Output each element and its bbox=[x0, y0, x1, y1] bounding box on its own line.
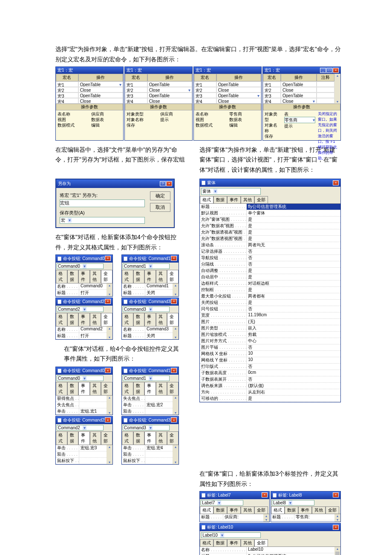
scrollbar[interactable]: ▴▾ bbox=[173, 283, 179, 296]
macro-name-cell[interactable]: 宏2 bbox=[263, 87, 281, 92]
macro-name-cell[interactable]: 宏3 bbox=[56, 92, 78, 98]
tab-all[interactable]: 全部 bbox=[167, 270, 179, 283]
macro-action-cell[interactable]: Close bbox=[281, 87, 317, 92]
tab-event[interactable]: 事件 bbox=[227, 539, 241, 546]
tab-data[interactable]: 数据 bbox=[133, 431, 145, 445]
tab-event[interactable]: 事件 bbox=[144, 270, 156, 283]
tab-data[interactable]: 数据 bbox=[67, 431, 79, 445]
prop-row[interactable]: 单击宏组.宏3 bbox=[56, 445, 107, 451]
prop-row[interactable]: 允许"数据透视图"视图是 bbox=[200, 236, 340, 242]
prop-row[interactable]: 可移动的是 bbox=[200, 396, 340, 402]
tab-all[interactable]: 全部 bbox=[101, 431, 112, 445]
prop-row[interactable]: 打印版式否 bbox=[200, 364, 340, 370]
object-selector[interactable]: Command3 bbox=[123, 306, 170, 312]
prop-row[interactable]: 鼠标按下 bbox=[56, 458, 107, 464]
prop-row[interactable]: 滚动条两者均无 bbox=[200, 242, 340, 249]
cancel-button[interactable]: 取消 bbox=[150, 203, 170, 212]
prop-row[interactable]: 调色板来源(默认值) bbox=[200, 383, 340, 389]
saveas-type-select[interactable]: 宏 bbox=[60, 217, 145, 224]
scrollbar[interactable]: ▴▾ bbox=[173, 327, 179, 339]
prop-row[interactable]: 单击宏组.宏2 bbox=[122, 402, 173, 408]
prop-row[interactable]: 单击宏组.宏1 bbox=[56, 408, 107, 415]
tab-other[interactable]: 其他 bbox=[90, 382, 101, 395]
macro-name-cell[interactable]: 宏3 bbox=[263, 92, 281, 98]
macro-name-cell[interactable]: 宏1 bbox=[125, 81, 147, 87]
prop-row[interactable]: 标题零售商: bbox=[271, 514, 334, 520]
tab-event[interactable]: 事件 bbox=[227, 506, 241, 514]
prop-row[interactable]: 图片平铺否 bbox=[200, 344, 340, 351]
tab-event[interactable]: 事件 bbox=[144, 313, 156, 326]
macro-action-cell[interactable]: OpenTable bbox=[147, 81, 192, 87]
prop-row[interactable]: 图片缩放模式剪裁 bbox=[200, 332, 340, 338]
macro-name-cell[interactable]: 宏2 bbox=[56, 87, 78, 92]
tab-other[interactable]: 其他 bbox=[241, 539, 254, 546]
object-selector[interactable]: Label10 bbox=[201, 532, 261, 538]
object-selector[interactable]: 窗体 bbox=[201, 188, 261, 195]
prop-row[interactable]: 允许"窗体"视图是 bbox=[200, 217, 340, 223]
prop-row[interactable]: 标题供应商: bbox=[200, 514, 263, 520]
tab-data[interactable]: 数据 bbox=[133, 313, 145, 326]
prop-row[interactable]: 双击 bbox=[122, 451, 173, 458]
close-icon[interactable]: × bbox=[105, 368, 111, 373]
tab-event[interactable]: 事件 bbox=[227, 196, 241, 203]
close-icon[interactable]: × bbox=[166, 181, 172, 186]
prop-row[interactable]: 标题关闭 bbox=[122, 333, 173, 339]
ok-button[interactable]: 确定 bbox=[150, 191, 170, 200]
object-selector[interactable]: Command2 bbox=[57, 306, 104, 312]
prop-row[interactable]: 标题关闭 bbox=[122, 290, 173, 296]
saveas-name-input[interactable] bbox=[60, 199, 145, 207]
macro-action-cell[interactable]: Close bbox=[147, 98, 192, 104]
prop-row[interactable]: 鼠标按下 bbox=[122, 458, 173, 464]
tab-event[interactable]: 事件 bbox=[78, 313, 90, 326]
prop-row[interactable]: 方向从左到右 bbox=[200, 389, 340, 396]
scrollbar[interactable]: ▴▾ bbox=[107, 283, 112, 296]
tab-other[interactable]: 其他 bbox=[156, 431, 167, 445]
macro-name-cell[interactable]: 宏4 bbox=[56, 98, 78, 104]
object-selector[interactable]: Command0 bbox=[57, 376, 104, 381]
prop-row[interactable]: 图片对齐方式中心 bbox=[200, 338, 340, 344]
tab-other[interactable]: 其他 bbox=[156, 382, 167, 395]
macro-action-cell[interactable]: OpenTable bbox=[147, 92, 192, 98]
object-selector[interactable]: Command1 bbox=[123, 263, 170, 269]
tab-data[interactable]: 数据 bbox=[67, 313, 79, 326]
prop-row[interactable]: 失去焦点 bbox=[122, 396, 173, 402]
prop-row[interactable]: 控制框是 bbox=[200, 287, 340, 293]
close-icon[interactable]: × bbox=[171, 368, 177, 373]
prop-row[interactable]: 记录选择器否 bbox=[200, 249, 340, 255]
macro-name-cell[interactable]: 宏4 bbox=[263, 98, 281, 104]
close-icon[interactable]: × bbox=[105, 417, 111, 422]
scrollbar[interactable]: ▴▾ bbox=[173, 445, 179, 464]
prop-row[interactable]: 标题打开 bbox=[56, 290, 107, 296]
tab-other[interactable]: 其他 bbox=[156, 270, 167, 283]
prop-row[interactable]: 图片类型嵌入 bbox=[200, 325, 340, 332]
note-cell[interactable] bbox=[317, 81, 334, 87]
object-selector[interactable]: Command0 bbox=[57, 263, 104, 269]
scrollbar[interactable]: ▴▾ bbox=[334, 547, 340, 555]
tab-event[interactable]: 事件 bbox=[144, 382, 156, 395]
minimize-icon[interactable]: _ bbox=[320, 68, 326, 73]
tab-data[interactable]: 数据 bbox=[285, 506, 298, 514]
macro-action-cell[interactable]: Close▾ bbox=[147, 87, 192, 92]
close-icon[interactable]: × bbox=[171, 256, 177, 261]
scrollbar[interactable]: ▴▾ bbox=[107, 445, 112, 464]
tab-data[interactable]: 数据 bbox=[213, 196, 227, 203]
close-icon[interactable]: × bbox=[171, 299, 177, 304]
prop-row[interactable]: 导航按钮否 bbox=[200, 255, 340, 261]
macro-action-cell[interactable]: Close bbox=[216, 98, 261, 104]
tab-format[interactable]: 格式 bbox=[271, 506, 285, 514]
macro-action-cell[interactable]: OpenTable▾ bbox=[216, 92, 261, 98]
macro-action-cell[interactable]: OpenTable bbox=[78, 92, 123, 98]
macro-action-cell[interactable]: OpenTable bbox=[281, 92, 317, 98]
prop-row[interactable]: 网格线 X 坐标10 bbox=[200, 351, 340, 357]
tab-all[interactable]: 全部 bbox=[101, 270, 112, 283]
tab-other[interactable]: 其他 bbox=[156, 313, 167, 326]
object-selector[interactable]: Label8 bbox=[272, 500, 314, 506]
tab-format[interactable]: 格式 bbox=[122, 313, 133, 326]
macro-action-cell[interactable]: Close▾ bbox=[281, 98, 317, 104]
tab-all[interactable]: 全部 bbox=[101, 313, 112, 326]
prop-row[interactable]: 名称Command3 bbox=[122, 327, 173, 333]
prop-row[interactable]: 子数据表展开否 bbox=[200, 376, 340, 383]
tab-all[interactable]: 全部 bbox=[101, 382, 112, 395]
help-icon[interactable]: ? bbox=[160, 181, 166, 186]
tab-other[interactable]: 其他 bbox=[90, 431, 101, 445]
